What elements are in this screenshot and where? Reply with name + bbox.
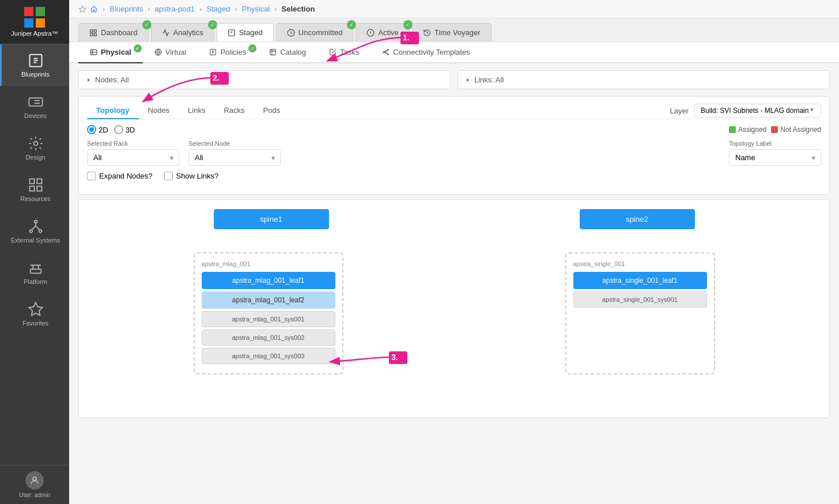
uncommitted-icon xyxy=(287,29,295,37)
sidebar-item-devices[interactable]: Devices xyxy=(0,86,69,127)
topo-tab-nodes[interactable]: Nodes xyxy=(139,103,179,119)
virtual-icon xyxy=(154,48,162,56)
user-avatar xyxy=(25,471,44,490)
sidebar-item-platform-label: Platform xyxy=(24,278,47,285)
filter-row: Nodes: All Links: All xyxy=(78,70,830,89)
svg-rect-0 xyxy=(24,7,33,16)
mlag-leaf2[interactable]: apstra_mlag_001_leaf2 xyxy=(202,291,335,309)
svg-point-6 xyxy=(33,142,37,146)
svg-marker-13 xyxy=(79,6,86,12)
staged-icon xyxy=(228,29,236,37)
sidebar-item-platform[interactable]: Platform xyxy=(0,252,69,293)
svg-marker-11 xyxy=(29,302,42,315)
tasks-icon xyxy=(329,48,337,56)
mlag-sys3[interactable]: apstra_mlag_001_sys003 xyxy=(202,348,335,364)
layer-dropdown[interactable]: Build: SVI Subnets - MLAG domain ▼ xyxy=(694,104,821,118)
subtab-policies[interactable]: Policies ✓ xyxy=(198,42,258,63)
rack-mlag: apstra_mlag_001 apstra_mlag_001_leaf1 ap… xyxy=(194,252,343,374)
svg-rect-1 xyxy=(36,7,45,16)
show-links-checkbox[interactable] xyxy=(164,172,173,180)
topology-label-select[interactable]: Name xyxy=(729,149,821,166)
sub-tabs: Physical ✓ Virtual Policies ✓ Catalog Ta… xyxy=(69,42,839,63)
expand-nodes-checkbox[interactable] xyxy=(87,172,96,180)
svg-point-26 xyxy=(387,50,388,51)
sidebar-item-resources-label: Resources xyxy=(20,195,51,202)
sidebar-item-blueprints-label: Blueprints xyxy=(21,71,50,78)
breadcrumb-staged[interactable]: Staged xyxy=(206,5,230,13)
selected-rack-wrap: All xyxy=(87,149,179,166)
tab-analytics[interactable]: Analytics ✓ xyxy=(151,23,214,41)
app-name: Juniper Apstra™ xyxy=(11,30,58,37)
svg-rect-10 xyxy=(30,269,41,273)
radio-2d[interactable]: 2D xyxy=(87,125,108,134)
selected-node-label: Selected Node xyxy=(188,140,281,147)
svg-rect-24 xyxy=(270,50,276,55)
home-icon[interactable] xyxy=(90,5,98,13)
uncommitted-check: ✓ xyxy=(347,20,356,29)
subtab-tasks[interactable]: Tasks xyxy=(318,42,371,63)
subtab-virtual[interactable]: Virtual xyxy=(143,42,198,63)
links-filter-arrow xyxy=(465,77,471,83)
mlag-sys1[interactable]: apstra_mlag_001_sys001 xyxy=(202,311,335,327)
svg-rect-5 xyxy=(29,98,42,106)
layer-label: Layer xyxy=(670,107,689,115)
single-leaf1[interactable]: apstra_single_001_leaf1 xyxy=(573,272,707,289)
topo-tab-racks[interactable]: Racks xyxy=(214,103,254,119)
platform-icon xyxy=(28,260,44,276)
topo-tabs: Topology Nodes Links Racks Pods Layer Bu… xyxy=(87,103,821,119)
svg-rect-17 xyxy=(94,33,96,36)
selected-node-wrap: All xyxy=(188,149,281,166)
spine2-node[interactable]: spine2 xyxy=(580,209,695,229)
not-assigned-dot xyxy=(771,126,778,133)
svg-rect-3 xyxy=(36,18,45,28)
mlag-leaf1[interactable]: apstra_mlag_001_leaf1 xyxy=(202,272,335,289)
topo-legend: Assigned Not Assigned xyxy=(729,126,821,134)
radio-3d[interactable]: 3D xyxy=(114,125,135,134)
selected-rack-select[interactable]: All xyxy=(87,149,179,166)
sidebar-item-external-systems[interactable]: External Systems xyxy=(0,210,69,252)
user-icon xyxy=(29,475,40,486)
subtab-connectivity-templates[interactable]: Connectivity Templates xyxy=(371,42,481,63)
subtab-physical[interactable]: Physical ✓ xyxy=(78,42,143,63)
sidebar-bottom: User: admin xyxy=(0,465,69,504)
topology-controls: Topology Nodes Links Racks Pods Layer Bu… xyxy=(78,96,830,195)
mlag-sys2[interactable]: apstra_mlag_001_sys002 xyxy=(202,329,335,346)
show-links-option[interactable]: Show Links? xyxy=(164,172,219,180)
star-icon[interactable] xyxy=(78,5,86,13)
design-icon xyxy=(28,135,44,151)
topo-tab-topology[interactable]: Topology xyxy=(87,103,139,119)
nodes-filter[interactable]: Nodes: All xyxy=(78,70,451,89)
sidebar-item-devices-label: Devices xyxy=(24,112,47,119)
spine1-node[interactable]: spine1 xyxy=(214,209,329,229)
breadcrumb-pod[interactable]: apstra-pod1 xyxy=(155,5,195,13)
expand-nodes-option[interactable]: Expand Nodes? xyxy=(87,172,153,180)
tab-active[interactable]: Active ✓ xyxy=(356,23,409,41)
blueprints-icon xyxy=(28,52,44,69)
sidebar-item-favorites[interactable]: Favorites xyxy=(0,293,69,335)
topo-tab-links[interactable]: Links xyxy=(179,103,214,119)
topo-tab-pods[interactable]: Pods xyxy=(254,103,290,119)
sidebar-item-design[interactable]: Design xyxy=(0,127,69,169)
single-sys1[interactable]: apstra_single_001_sys001 xyxy=(573,291,707,308)
topology-label-wrap: Name xyxy=(729,149,821,166)
sidebar-item-resources[interactable]: Resources xyxy=(0,169,69,210)
main-content: › Blueprints › apstra-pod1 › Staged › Ph… xyxy=(69,0,839,504)
tab-staged[interactable]: Staged xyxy=(217,23,274,41)
favorites-icon xyxy=(28,301,44,317)
tab-uncommitted[interactable]: Uncommitted ✓ xyxy=(276,23,354,41)
selected-node-select[interactable]: All xyxy=(188,149,281,166)
policies-icon xyxy=(209,48,217,56)
svg-point-25 xyxy=(383,51,384,52)
tab-dashboard[interactable]: Dashboard ✓ xyxy=(78,23,149,41)
app-logo: Juniper Apstra™ xyxy=(0,0,69,44)
tab-time-voyager[interactable]: Time Voyager xyxy=(412,23,492,41)
time-voyager-icon xyxy=(423,29,431,37)
topology-diagram: spine1 spine2 apstra_mlag_001 apstra_mla… xyxy=(78,199,830,418)
breadcrumb: › Blueprints › apstra-pod1 › Staged › Ph… xyxy=(69,0,839,18)
links-filter[interactable]: Links: All xyxy=(458,70,830,89)
nodes-filter-arrow xyxy=(86,77,92,83)
sidebar-item-blueprints[interactable]: Blueprints xyxy=(0,44,69,86)
subtab-catalog[interactable]: Catalog xyxy=(258,42,318,63)
breadcrumb-physical[interactable]: Physical xyxy=(242,5,270,13)
breadcrumb-blueprints[interactable]: Blueprints xyxy=(109,5,143,13)
